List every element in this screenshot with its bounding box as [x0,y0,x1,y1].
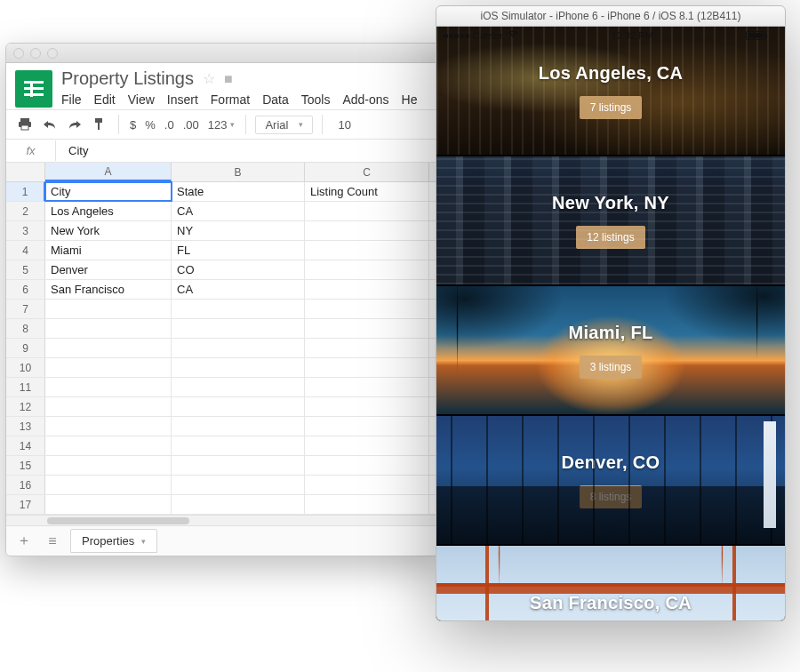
row-number[interactable]: 15 [6,456,45,475]
row-number[interactable]: 6 [6,280,45,299]
cell[interactable] [305,260,429,279]
cell[interactable] [172,456,305,475]
font-family-select[interactable]: Arial ▾ [255,116,313,134]
menu-insert[interactable]: Insert [167,92,198,107]
column-header-c[interactable]: C [305,163,429,181]
cell[interactable] [172,495,305,514]
row-number[interactable]: 13 [6,417,45,436]
cell[interactable] [305,339,429,357]
cell[interactable] [305,202,429,220]
listing-card[interactable]: Miami, FL3 listings [436,286,785,414]
star-icon[interactable]: ☆ [203,70,215,87]
row-number[interactable]: 4 [6,241,45,260]
cell[interactable] [45,456,172,475]
menu-addons[interactable]: Add-ons [342,92,388,107]
cell[interactable] [45,417,172,436]
row-number[interactable]: 10 [6,358,45,377]
decrease-decimal-button[interactable]: .0 [163,118,176,132]
select-all-corner[interactable] [6,163,45,181]
row-number[interactable]: 11 [6,378,45,396]
cell[interactable] [305,495,429,514]
increase-decimal-button[interactable]: .00 [181,118,201,132]
row-number[interactable]: 8 [6,319,45,338]
spreadsheet-grid[interactable]: A B C 1CityStateListing Count2Los Angele… [6,163,440,515]
folder-icon[interactable]: ■ [224,71,233,87]
cell[interactable] [172,319,305,338]
cell[interactable]: Denver [45,260,172,279]
row-number[interactable]: 1 [6,182,45,201]
cell[interactable] [45,436,172,455]
number-format-button[interactable]: 123 ▾ [206,118,237,132]
cell[interactable]: NY [172,221,305,240]
menu-help[interactable]: He [402,92,418,107]
cell[interactable] [305,300,429,318]
cell[interactable] [305,378,429,396]
cell[interactable] [305,397,429,416]
simulator-titlebar[interactable]: iOS Simulator - iPhone 6 - iPhone 6 / iO… [436,5,786,27]
row-number[interactable]: 17 [6,495,45,514]
cell[interactable]: CA [172,280,305,299]
sheet-tab-properties[interactable]: Properties ▾ [70,529,157,553]
cell[interactable] [172,378,305,396]
menu-view[interactable]: View [128,92,155,107]
cell[interactable] [172,397,305,416]
row-number[interactable]: 12 [6,397,45,416]
doc-title[interactable]: Property Listings [61,68,194,89]
menu-file[interactable]: File [61,92,82,107]
menu-data[interactable]: Data [262,92,289,107]
cell[interactable] [172,300,305,318]
cell[interactable]: San Francisco [45,280,172,299]
menu-tools[interactable]: Tools [301,92,331,107]
undo-icon[interactable] [40,115,60,134]
listing-card[interactable]: New York, NY12 listings [436,156,785,284]
cell[interactable] [172,339,305,357]
print-icon[interactable] [15,115,35,134]
cell[interactable] [45,300,172,318]
row-number[interactable]: 2 [6,202,45,220]
cell[interactable]: State [172,182,305,201]
paint-format-icon[interactable] [90,115,109,134]
font-size-select[interactable]: 10 [332,116,356,134]
formula-input[interactable]: City [56,144,88,157]
listing-card[interactable]: San Francisco, CA [436,546,785,620]
mac-window-titlebar[interactable] [6,44,440,63]
cell[interactable]: CA [172,202,305,220]
cell[interactable] [45,378,172,396]
row-number[interactable]: 16 [6,476,45,494]
cell[interactable]: New York [45,221,172,240]
cell[interactable] [45,319,172,338]
add-sheet-button[interactable]: ＋ [13,532,35,550]
cell[interactable] [305,319,429,338]
traffic-minimize-icon[interactable] [30,48,41,59]
scrollbar-thumb[interactable] [47,517,189,524]
cell[interactable]: Miami [45,241,172,260]
column-header-a[interactable]: A [45,163,172,181]
row-number[interactable]: 9 [6,339,45,357]
cell[interactable] [305,358,429,377]
cell[interactable]: City [45,182,172,201]
menu-format[interactable]: Format [211,92,250,107]
cell[interactable]: FL [172,241,305,260]
format-percent-button[interactable]: % [143,118,157,132]
cell[interactable] [305,476,429,494]
cell[interactable]: CO [172,260,305,279]
listing-card[interactable]: Denver, CO8 listings [436,416,785,544]
cell[interactable] [305,280,429,299]
cell[interactable] [45,397,172,416]
cell[interactable] [305,241,429,260]
cell[interactable] [45,495,172,514]
cell[interactable] [305,221,429,240]
fx-label[interactable]: fx [6,140,56,161]
cell[interactable] [172,358,305,377]
cell[interactable] [172,476,305,494]
traffic-zoom-icon[interactable] [47,48,58,59]
cell[interactable] [45,476,172,494]
cell[interactable] [172,436,305,455]
cell[interactable]: Listing Count [305,182,429,201]
format-currency-button[interactable]: $ [128,118,138,132]
cell[interactable] [45,358,172,377]
menu-edit[interactable]: Edit [94,92,116,107]
horizontal-scrollbar[interactable] [6,515,440,525]
redo-icon[interactable] [65,115,84,134]
column-header-b[interactable]: B [172,163,305,181]
